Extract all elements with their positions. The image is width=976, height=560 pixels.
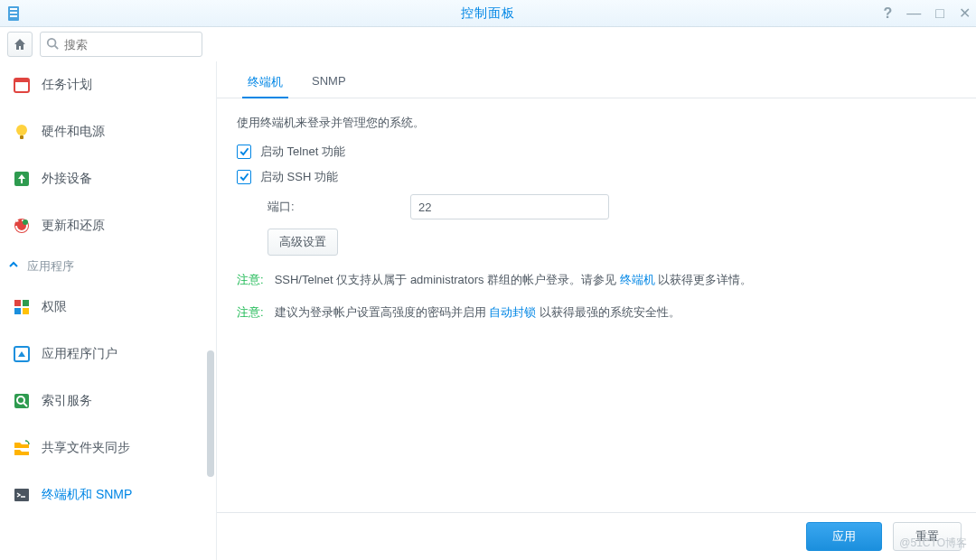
sidebar-item-terminal-snmp[interactable]: 终端机和 SNMP [0,471,216,518]
apply-button[interactable]: 应用 [806,522,882,551]
svg-rect-9 [20,135,23,139]
svg-point-8 [16,125,27,135]
port-label: 端口: [267,199,394,215]
calendar-icon [13,76,31,94]
note-label: 注意: [237,272,264,288]
main: 任务计划 硬件和电源 外接设备 更新和还原 [0,61,976,560]
note-label: 注意: [237,304,264,321]
note-1-text: SSH/Telnet 仅支持从属于 administrators 群组的帐户登录… [275,272,753,288]
svg-rect-16 [23,308,29,314]
titlebar: 控制面板 ? — □ ✕ [0,0,976,27]
svg-rect-15 [14,308,21,314]
terminal-icon [13,486,31,504]
search-input[interactable] [64,38,196,51]
close-icon[interactable]: ✕ [959,0,971,27]
sidebar-item-label: 应用程序门户 [42,346,117,362]
sidebar-item-label: 硬件和电源 [42,124,105,140]
sidebar-item-app-portal[interactable]: 应用程序门户 [0,331,216,378]
sidebar-item-label: 外接设备 [42,171,92,187]
port-input[interactable] [410,194,609,219]
help-icon[interactable]: ? [884,0,893,27]
sidebar-item-label: 任务计划 [42,77,92,93]
chevron-down-icon [7,259,20,275]
category-label: 应用程序 [27,258,74,275]
window-controls: ? — □ ✕ [884,0,971,27]
sidebar: 任务计划 硬件和电源 外接设备 更新和还原 [0,61,217,560]
scrollbar-thumb[interactable] [207,350,214,477]
content: 终端机 SNMP 使用终端机来登录并管理您的系统。 启动 Telnet 功能 启… [217,61,976,560]
svg-rect-7 [14,79,29,82]
sidebar-item-external-devices[interactable]: 外接设备 [0,155,216,202]
portal-icon [13,345,31,363]
svg-rect-13 [14,300,21,306]
svg-rect-3 [10,15,17,17]
ssh-checkbox[interactable] [237,170,251,184]
intro-text: 使用终端机来登录并管理您的系统。 [237,115,956,131]
note-2: 注意: 建议为登录帐户设置高强度的密码并启用 自动封锁 以获得最强的系统安全性。 [237,304,956,321]
app-icon [2,1,27,26]
upload-icon [13,170,31,188]
sidebar-item-label: 更新和还原 [42,218,105,234]
sidebar-item-task-scheduler[interactable]: 任务计划 [0,61,216,108]
search-icon [46,37,59,52]
sync-icon [13,439,31,457]
svg-rect-21 [14,489,29,501]
sidebar-item-label: 共享文件夹同步 [42,440,130,456]
search-doc-icon [13,392,31,410]
note-1: 注意: SSH/Telnet 仅支持从属于 administrators 群组的… [237,272,956,288]
toolbar [0,27,976,61]
terminal-help-link[interactable]: 终端机 [620,273,655,286]
tab-snmp[interactable]: SNMP [297,65,361,98]
svg-rect-14 [23,300,29,306]
window-title: 控制面板 [0,5,976,22]
ssh-label: 启动 SSH 功能 [260,169,338,185]
sidebar-item-hardware-power[interactable]: 硬件和电源 [0,108,216,155]
svg-rect-2 [10,12,17,14]
sidebar-item-update-restore[interactable]: 更新和还原 [0,202,216,249]
advanced-settings-button[interactable]: 高级设置 [267,229,338,256]
terminal-panel: 使用终端机来登录并管理您的系统。 启动 Telnet 功能 启动 SSH 功能 … [217,98,976,512]
sidebar-item-privileges[interactable]: 权限 [0,284,216,331]
maximize-icon[interactable]: □ [935,0,944,27]
autoblock-link[interactable]: 自动封锁 [489,305,536,319]
sidebar-item-label: 终端机和 SNMP [42,487,132,503]
ssh-checkbox-row: 启动 SSH 功能 [237,169,956,185]
telnet-label: 启动 Telnet 功能 [260,144,345,160]
svg-line-5 [55,45,59,49]
svg-point-12 [23,219,28,225]
note-2-text: 建议为登录帐户设置高强度的密码并启用 自动封锁 以获得最强的系统安全性。 [275,304,680,321]
search-box[interactable] [40,32,202,57]
tabs: 终端机 SNMP [217,61,976,98]
reset-button[interactable]: 重置 [893,522,962,551]
footer: 应用 重置 [217,512,976,560]
svg-rect-1 [10,8,17,10]
sidebar-category-applications[interactable]: 应用程序 [0,249,216,284]
sidebar-item-label: 索引服务 [42,393,92,409]
bulb-icon [13,123,31,141]
svg-point-4 [48,38,56,46]
minimize-icon[interactable]: — [906,0,921,27]
sidebar-item-shared-sync[interactable]: 共享文件夹同步 [0,425,216,471]
ssh-subfields: 端口: 高级设置 [267,194,956,256]
telnet-checkbox-row: 启动 Telnet 功能 [237,144,956,160]
refresh-icon [13,217,31,235]
tab-terminal[interactable]: 终端机 [233,65,297,98]
sidebar-item-label: 权限 [42,299,67,315]
telnet-checkbox[interactable] [237,145,251,159]
grid-icon [13,298,31,316]
sidebar-item-indexing[interactable]: 索引服务 [0,378,216,425]
home-button[interactable] [7,32,33,57]
